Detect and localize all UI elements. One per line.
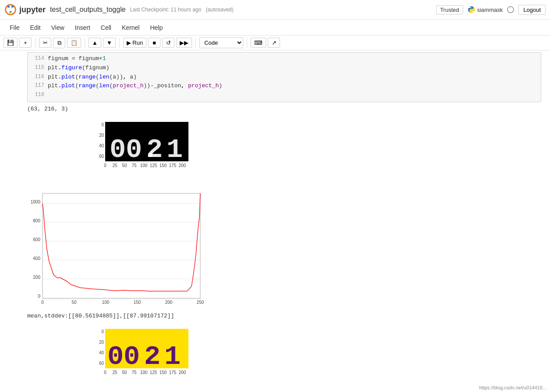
svg-text:25: 25 [112, 370, 117, 375]
logout-button[interactable]: Logout [518, 5, 546, 15]
move-down-button[interactable]: ▼ [103, 38, 116, 48]
figure-1-container: 0 20 40 60 0 0 . 2 [27, 118, 541, 181]
svg-point-2 [11, 5, 14, 7]
cell-type-select[interactable]: Code Markdown Raw NBConvert Heading [199, 37, 243, 48]
topbar-left: jupyter test_cell_outputs_toggle Last Ch… [4, 4, 234, 16]
output-text-2: mean,stddev:[[80.56194885]],[[87.9910717… [27, 311, 541, 321]
code-block[interactable]: 114 fignum = fignum+1 115 plt.figure(fig… [27, 52, 541, 102]
svg-text:600: 600 [33, 237, 40, 242]
output-area-fig2: 0 200 400 600 800 1000 [27, 185, 541, 307]
line-number-118: 118 [31, 91, 48, 100]
restart-button[interactable]: ↺ [162, 38, 174, 48]
jupyter-logo-icon [4, 4, 17, 16]
code-input-area: 114 fignum = fignum+1 115 plt.figure(fig… [1, 50, 550, 392]
svg-text:0: 0 [110, 134, 126, 165]
svg-text:200: 200 [33, 275, 40, 280]
menu-help[interactable]: Help [145, 21, 168, 34]
svg-text:0: 0 [41, 300, 44, 305]
svg-text:1: 1 [164, 341, 181, 372]
svg-text:50: 50 [71, 300, 77, 305]
svg-text:50: 50 [122, 370, 127, 375]
svg-text:100: 100 [140, 163, 148, 168]
svg-text:150: 150 [160, 370, 167, 375]
svg-text:400: 400 [33, 256, 40, 261]
bottom-link[interactable]: https://blog.csdn.net/u014418... [479, 385, 546, 390]
code-line-116: 116 plt.plot(range(len(a)), a) [31, 73, 537, 82]
code-line-118: 118 [31, 91, 537, 100]
svg-text:150: 150 [134, 300, 141, 305]
run-button[interactable]: ▶ Run [123, 38, 146, 48]
svg-point-3 [9, 11, 11, 13]
toolbar-separator-5 [247, 38, 247, 48]
svg-text:250: 250 [197, 300, 204, 305]
circle-icon [507, 6, 514, 13]
svg-text:1000: 1000 [31, 200, 41, 204]
svg-text:2: 2 [146, 134, 163, 165]
svg-text:800: 800 [33, 218, 40, 223]
menubar: File Edit View Insert Cell Kernel Help [0, 20, 550, 36]
svg-text:125: 125 [150, 163, 157, 168]
figure-3-container: 0 20 40 60 0 0 . 2 1 0 25 [27, 324, 541, 388]
figure-2: 0 200 400 600 800 1000 [27, 185, 211, 307]
toolbar-separator-1 [35, 38, 35, 48]
interrupt-button[interactable]: ■ [148, 38, 160, 48]
line-number-117: 117 [31, 82, 48, 91]
output-area-1: (63, 216, 3) [27, 104, 541, 114]
command-palette-button[interactable]: ↗ [268, 38, 280, 48]
notebook-title: test_cell_outputs_toggle [50, 6, 126, 14]
svg-text:0: 0 [104, 370, 106, 375]
menu-view[interactable]: View [46, 21, 70, 34]
svg-text:0: 0 [107, 341, 124, 372]
menu-file[interactable]: File [4, 21, 25, 34]
menu-insert[interactable]: Insert [70, 21, 96, 34]
svg-text:0: 0 [101, 329, 104, 334]
menu-kernel[interactable]: Kernel [117, 21, 145, 34]
move-up-button[interactable]: ▲ [89, 38, 101, 48]
svg-point-0 [6, 5, 16, 15]
keyboard-shortcuts-button[interactable]: ⌨ [251, 38, 266, 48]
svg-text:125: 125 [150, 370, 157, 375]
code-line-115: 115 plt.figure(fignum) [31, 64, 537, 73]
save-button[interactable]: 💾 [4, 38, 18, 48]
menu-cell[interactable]: Cell [96, 21, 117, 34]
toolbar-separator-4 [195, 38, 196, 48]
notebook: 114 fignum = fignum+1 115 plt.figure(fig… [0, 50, 550, 392]
svg-text:0: 0 [124, 341, 140, 372]
restart-run-button[interactable]: ▶▶ [176, 38, 192, 48]
svg-point-1 [7, 5, 10, 7]
svg-text:75: 75 [131, 163, 137, 168]
menu-edit[interactable]: Edit [25, 21, 46, 34]
topbar: jupyter test_cell_outputs_toggle Last Ch… [0, 0, 550, 20]
figure-1: 0 20 40 60 0 0 . 2 [27, 118, 202, 181]
output-area-2: mean,stddev:[[80.56194885]],[[87.9910717… [27, 311, 541, 321]
line-number-114: 114 [31, 54, 48, 64]
add-cell-button[interactable]: + [19, 38, 32, 48]
figure-2-container: 0 200 400 600 800 1000 [27, 185, 541, 307]
svg-rect-33 [43, 193, 200, 299]
copy-button[interactable]: ⧉ [53, 38, 65, 48]
svg-text:0: 0 [38, 294, 40, 299]
output-area-fig3: 0 20 40 60 0 0 . 2 1 0 25 [27, 324, 541, 388]
toolbar-separator-3 [119, 38, 120, 48]
trusted-badge: Trusted [436, 5, 463, 14]
code-line-117: 117 plt.plot(range(len(project_h))-_posi… [31, 82, 537, 91]
line-number-115: 115 [31, 64, 48, 73]
svg-text:200: 200 [179, 163, 186, 168]
svg-text:175: 175 [169, 163, 177, 168]
jupyter-logo: jupyter [4, 4, 46, 16]
svg-text:2: 2 [144, 341, 160, 372]
svg-point-4 [470, 7, 471, 8]
svg-text:0: 0 [101, 122, 104, 127]
svg-point-5 [472, 11, 473, 12]
paste-button[interactable]: 📋 [67, 38, 81, 48]
cut-button[interactable]: ✂ [39, 38, 51, 48]
svg-text:1: 1 [167, 134, 183, 165]
python-logo-icon [468, 6, 475, 14]
toolbar-separator-2 [85, 38, 85, 48]
toolbar: 💾 + ✂ ⧉ 📋 ▲ ▼ ▶ Run ■ ↺ ▶▶ Code Markdown… [0, 36, 550, 50]
svg-text:100: 100 [102, 300, 110, 305]
line-number-116: 116 [31, 73, 48, 82]
svg-text:0: 0 [104, 163, 106, 168]
code-cell: 114 fignum = fignum+1 115 plt.figure(fig… [0, 50, 550, 392]
svg-text:175: 175 [169, 370, 177, 375]
